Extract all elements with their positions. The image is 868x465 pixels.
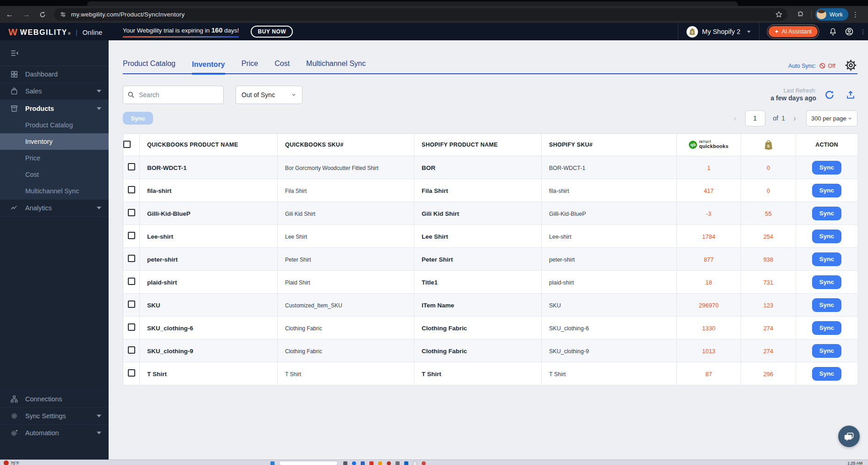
user-circle-icon [845, 27, 854, 36]
trial-text: Your Webgility trial is expiring in [123, 27, 212, 34]
analytics-icon [10, 204, 18, 212]
sidebar-item-cost[interactable]: Cost [0, 166, 109, 183]
tab-product-catalog[interactable]: Product Catalog [123, 60, 176, 73]
sync-button[interactable]: Sync [812, 275, 841, 289]
chat-widget-button[interactable] [838, 426, 860, 447]
taskbar-icon[interactable] [369, 461, 374, 465]
buy-now-button[interactable]: BUY NOW [251, 26, 293, 38]
row-checkbox[interactable] [128, 278, 135, 285]
table-row: SKU_clothing-9 Clothing Fabric Clothing … [123, 339, 858, 362]
browser-address-bar[interactable]: my.webgility.com/Product/SyncInventory [54, 8, 787, 21]
sidebar-collapse[interactable] [0, 40, 109, 66]
col-quickbooks-qty: qb INTUIT quickbooks [677, 134, 741, 156]
sync-button[interactable]: Sync [812, 252, 841, 266]
tab-inventory[interactable]: Inventory [192, 60, 225, 75]
sync-button[interactable]: Sync [812, 367, 841, 381]
sync-button[interactable]: Sync [812, 207, 841, 220]
bookmark-star-icon[interactable] [775, 11, 783, 18]
taskbar-icon[interactable] [387, 461, 391, 465]
taskbar-icon[interactable] [396, 461, 400, 465]
prev-page-button[interactable]: ‹ [731, 114, 741, 122]
notifications-button[interactable] [826, 25, 840, 38]
taskbar-icon[interactable] [413, 461, 417, 465]
sidebar-item-dashboard[interactable]: Dashboard [0, 66, 109, 83]
export-button[interactable] [844, 88, 857, 102]
page-input[interactable]: 1 [745, 110, 765, 126]
browser-forward-button[interactable]: → [19, 8, 33, 22]
ai-assistant-button[interactable]: ✦ AI Assistant [769, 26, 818, 37]
browser-menu-button[interactable]: ⋮ [852, 11, 859, 19]
taskbar-icon[interactable] [422, 461, 426, 465]
sync-button[interactable]: Sync [812, 344, 841, 358]
tab-price[interactable]: Price [242, 60, 258, 73]
tab-multichannel-sync[interactable]: Multichannel Sync [306, 60, 366, 73]
browser-reload-button[interactable] [36, 8, 49, 22]
header-overflow-menu[interactable]: ⋮ [860, 28, 866, 35]
taskbar-icon[interactable] [404, 461, 408, 465]
table-row: SKU Customized_Item_SKU ITem Name SKU 29… [123, 294, 858, 317]
row-checkbox[interactable] [128, 369, 135, 377]
sidebar-item-analytics[interactable]: Analytics [0, 200, 109, 217]
sidebar-item-automation[interactable]: Automation [0, 424, 109, 441]
taskbar-weather[interactable]: 75°F [4, 460, 19, 465]
sync-status-filter[interactable]: Out of Sync [236, 86, 302, 104]
sidebar-item-product-catalog[interactable]: Product Catalog [0, 117, 109, 133]
sync-button[interactable]: Sync [812, 230, 841, 243]
refresh-button[interactable] [823, 88, 836, 102]
quickbooks-qty: 877 [704, 256, 714, 263]
prohibited-icon [819, 62, 826, 69]
store-selector[interactable]: S My Shopify 2 [678, 26, 759, 38]
row-checkbox[interactable] [128, 346, 135, 354]
svg-text:S: S [691, 31, 693, 34]
row-checkbox[interactable] [128, 186, 135, 193]
auto-sync-status[interactable]: Auto Sync: Off [788, 62, 835, 69]
quickbooks-product-name: SKU_clothing-6 [147, 325, 193, 332]
taskbar-icon[interactable] [378, 461, 382, 465]
taskbar-icon[interactable] [343, 461, 347, 465]
sidebar-item-products[interactable]: Products [0, 100, 109, 117]
sync-button[interactable]: Sync [812, 298, 841, 312]
sidebar-item-price[interactable]: Price [0, 150, 109, 166]
shopify-qty: 938 [764, 256, 774, 263]
browser-active-tab[interactable] [87, 1, 738, 6]
browser-profile-chip[interactable]: Work [815, 8, 848, 21]
bulk-sync-button[interactable]: Sync [123, 112, 153, 125]
sidebar-item-multichannel-sync[interactable]: Multichannel Sync [0, 183, 109, 199]
taskbar-icon[interactable] [361, 461, 365, 465]
quickbooks-sku: Gili Kid Shirt [285, 211, 315, 217]
sync-button[interactable]: Sync [812, 161, 841, 175]
sync-button[interactable]: Sync [812, 184, 841, 197]
row-checkbox[interactable] [128, 163, 135, 170]
sidebar-item-connections[interactable]: Connections [0, 390, 109, 407]
row-checkbox[interactable] [128, 209, 135, 216]
sidebar-item-sync-settings[interactable]: Sync Settings [0, 407, 109, 424]
chevron-down-icon [747, 31, 751, 33]
chevron-down-icon [97, 432, 101, 434]
shopify-logo-icon: S [764, 140, 773, 150]
taskbar-search[interactable] [279, 461, 338, 465]
next-page-button[interactable]: › [790, 114, 800, 122]
per-page-select[interactable]: 300 per page [806, 110, 857, 126]
shopify-product-name: Lee Shirt [422, 233, 448, 240]
settings-gear-button[interactable] [844, 59, 857, 72]
row-checkbox[interactable] [128, 232, 135, 239]
search-input[interactable] [123, 86, 224, 104]
tab-cost[interactable]: Cost [275, 60, 290, 73]
browser-back-button[interactable]: ← [3, 8, 16, 22]
sidebar-item-inventory[interactable]: Inventory [0, 133, 109, 150]
row-checkbox[interactable] [128, 323, 135, 331]
taskbar-icon[interactable] [352, 461, 356, 465]
quickbooks-sku: T Shirt [285, 371, 301, 377]
extensions-button[interactable] [794, 8, 808, 22]
row-checkbox[interactable] [128, 301, 135, 308]
select-all-checkbox[interactable] [123, 141, 131, 148]
col-shopify-product-name: SHOPIFY PRODUCT NAME [414, 134, 542, 156]
taskbar-clock[interactable]: 1:25 AM [847, 460, 863, 465]
account-button[interactable] [842, 25, 856, 38]
row-checkbox[interactable] [128, 255, 135, 262]
taskbar-icon[interactable] [270, 461, 275, 465]
chat-bubbles-icon [844, 431, 855, 442]
brand-mode: Online [82, 29, 103, 36]
sidebar-item-sales[interactable]: Sales [0, 83, 109, 100]
sync-button[interactable]: Sync [812, 321, 841, 335]
